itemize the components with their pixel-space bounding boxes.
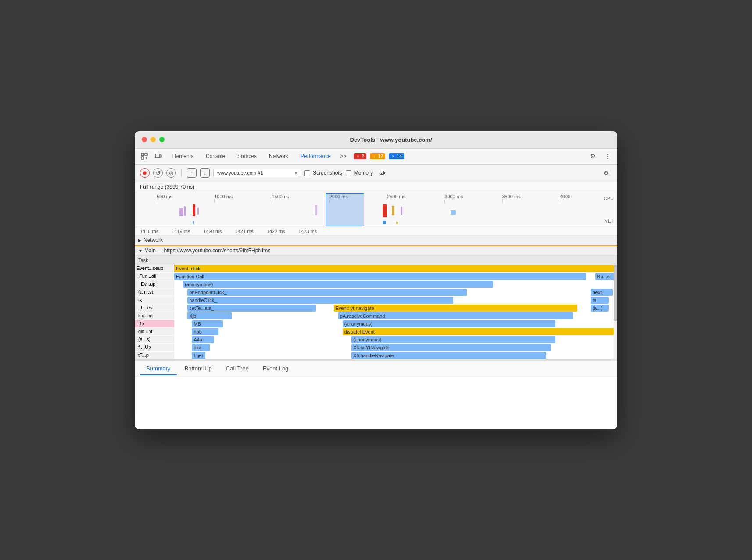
flame-track-4[interactable]: handleClick_ ta: [174, 296, 617, 304]
memory-label: Memory: [354, 170, 373, 176]
flame-row-7: Bb MB (anonymous): [135, 320, 617, 328]
dka-block[interactable]: dka: [192, 344, 209, 351]
tab-event-log[interactable]: Event Log: [257, 363, 295, 375]
flame-track-8[interactable]: nbb dispatchEvent: [174, 328, 617, 335]
download-button[interactable]: ↓: [200, 168, 210, 178]
responsive-mode-icon[interactable]: [152, 150, 165, 162]
maximize-button[interactable]: [159, 137, 165, 142]
mark-2000: 2000 ms: [329, 194, 387, 199]
flame-track-5[interactable]: setTe...ata_ Event: yt-navigate (a...): [174, 304, 617, 312]
memory-checkbox-group: Memory: [346, 170, 373, 176]
devtools-toggle-icon[interactable]: [138, 150, 150, 162]
anonymous-block-7[interactable]: (anonymous): [343, 320, 555, 327]
svg-rect-5: [155, 154, 160, 158]
tab-call-tree[interactable]: Call Tree: [220, 363, 255, 375]
settings-icon[interactable]: ⚙: [587, 150, 599, 162]
net-label: NET: [604, 218, 614, 223]
flame-label-2: Ev...up: [135, 280, 174, 288]
clear-button[interactable]: ⊘: [166, 168, 176, 178]
flame-track-1[interactable]: Function Call Ru...s: [174, 273, 617, 280]
nav-tabs: Elements Console Sources Network Perform…: [135, 149, 617, 165]
cpu-throttle-icon[interactable]: 🖳: [376, 167, 389, 179]
tab-bottom-up[interactable]: Bottom-Up: [179, 363, 218, 375]
x6-navigate-block[interactable]: X6.onYtNavigate: [351, 344, 551, 351]
flame-label-11: tF...p: [135, 352, 174, 359]
minimize-button[interactable]: [150, 137, 156, 142]
orange-divider: [135, 245, 617, 246]
network-header[interactable]: ▶ Network: [135, 236, 617, 245]
screenshots-label: Screenshots: [313, 170, 342, 176]
tab-performance[interactable]: Performance: [295, 151, 336, 161]
capture-settings-icon[interactable]: ⚙: [600, 167, 612, 179]
cpu-label: CPU: [604, 196, 614, 201]
function-call-block[interactable]: Function Call: [174, 273, 586, 280]
close-button[interactable]: [142, 137, 147, 142]
flame-row-8: dis...nt nbb dispatchEvent: [135, 328, 617, 336]
traffic-lights: [142, 137, 165, 142]
main-expand-icon[interactable]: ▼: [138, 248, 143, 253]
tab-elements[interactable]: Elements: [166, 151, 199, 161]
url-dropdown-icon[interactable]: ▾: [295, 171, 297, 176]
devtools-window: DevTools - www.youtube.com/ Elements Con…: [135, 131, 617, 429]
handleclick-block[interactable]: handleClick_: [187, 297, 453, 304]
dispatch-block[interactable]: dispatchEvent: [343, 328, 617, 335]
fget-block[interactable]: f.get: [192, 352, 205, 359]
tab-summary[interactable]: Summary: [140, 363, 177, 375]
pa-resolve-block[interactable]: pA.resolveCommand: [338, 312, 573, 319]
error-badge: ✕ 2: [354, 153, 366, 159]
x6-handle-block[interactable]: X6.handleNavigate: [351, 352, 546, 359]
nbb-block[interactable]: nbb: [192, 328, 218, 335]
upload-button[interactable]: ↑: [187, 168, 197, 178]
anonymous-block-9[interactable]: (anonymous): [351, 336, 555, 343]
flame-track-0[interactable]: Event: click: [174, 265, 617, 272]
timeline-ruler[interactable]: 500 ms 1000 ms 1500ms 2000 ms 2500 ms 30…: [135, 192, 617, 227]
flame-track-11[interactable]: f.get X6.handleNavigate: [174, 352, 617, 359]
yt-navigate-block[interactable]: Event: yt-navigate: [334, 305, 578, 312]
onendpointclick-block[interactable]: onEndpointClick_: [187, 289, 466, 296]
memory-checkbox[interactable]: [346, 170, 351, 176]
anonymous-block-2[interactable]: (anonymous): [183, 281, 493, 288]
svg-rect-6: [160, 155, 161, 157]
flame-track-10[interactable]: dka X6.onYtNavigate: [174, 344, 617, 351]
more-options-icon[interactable]: ⋮: [602, 150, 614, 162]
flame-track-3[interactable]: onEndpointClick_ next: [174, 288, 617, 296]
svg-rect-2: [141, 157, 144, 159]
flame-graph: Event...seup Event: click Fun...all Func…: [135, 265, 617, 360]
event-click-block[interactable]: Event: click: [174, 265, 617, 272]
flame-track-9[interactable]: A4a (anonymous): [174, 336, 617, 343]
xjb-block[interactable]: Xjb: [187, 312, 232, 319]
tab-sources[interactable]: Sources: [232, 151, 262, 161]
network-section: ▶ Network: [135, 236, 617, 245]
title-bar: DevTools - www.youtube.com/: [135, 131, 617, 149]
flame-track-7[interactable]: MB (anonymous): [174, 320, 617, 327]
a4a-block[interactable]: A4a: [192, 336, 214, 343]
flame-track-6[interactable]: Xjb pA.resolveCommand: [174, 312, 617, 319]
main-title: Main — https://www.youtube.com/shorts/9l…: [144, 248, 270, 254]
flame-label-10: f....Up: [135, 344, 174, 351]
url-bar: www.youtube.com #1 ▾: [213, 169, 301, 177]
svg-text:✕: ✕: [392, 154, 395, 158]
flame-row-6: k.d...nt Xjb pA.resolveCommand: [135, 312, 617, 320]
flame-label-4: fx: [135, 296, 174, 304]
next-block[interactable]: next: [591, 289, 613, 296]
network-expand-icon[interactable]: ▶: [138, 238, 142, 243]
ta-block[interactable]: ta: [591, 297, 608, 304]
tab-network[interactable]: Network: [264, 151, 294, 161]
screenshots-checkbox[interactable]: [304, 170, 310, 176]
flame-label-1: Fun...all: [135, 273, 174, 280]
mb-block[interactable]: MB: [192, 320, 223, 327]
flame-scrollbar[interactable]: [614, 265, 617, 359]
record-button[interactable]: ⏺: [140, 168, 150, 178]
sette-block[interactable]: setTe...ata_: [187, 305, 316, 312]
flame-row-0: Event...seup Event: click: [135, 265, 617, 273]
flame-row-4: fx handleClick_ ta: [135, 296, 617, 304]
reload-record-button[interactable]: ↺: [153, 168, 163, 178]
flame-track-2[interactable]: (anonymous): [174, 280, 617, 288]
svg-text:!: !: [374, 155, 375, 158]
more-tabs-button[interactable]: >>: [338, 151, 349, 161]
a-block-5[interactable]: (a...): [591, 305, 608, 312]
main-section-header[interactable]: ▼ Main — https://www.youtube.com/shorts/…: [135, 246, 617, 256]
flame-row-5: _fi...es setTe...ata_ Event: yt-navigate…: [135, 304, 617, 312]
tab-console[interactable]: Console: [201, 151, 230, 161]
performance-content: Full range (3899.70ms) 500 ms 1000 ms 15…: [135, 182, 617, 360]
